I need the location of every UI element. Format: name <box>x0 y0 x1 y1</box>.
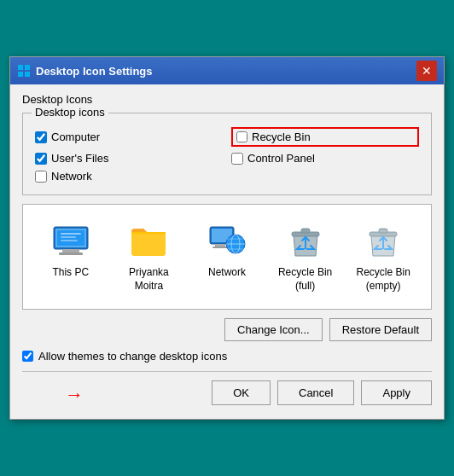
icon-recyclebin-empty-label: Recycle Bin(empty) <box>356 266 410 293</box>
bottom-buttons: → OK Cancel Apply <box>22 380 432 410</box>
checkbox-network-label: Network <box>51 170 92 183</box>
change-icon-button[interactable]: Change Icon... <box>224 318 323 341</box>
icon-action-buttons: Change Icon... Restore Default <box>22 318 432 341</box>
icon-this-pc-label: This PC <box>52 266 89 280</box>
icons-preview-container: This PC PriyankaMoitra <box>22 204 432 309</box>
checkbox-item-recyclebin-highlight: Recycle Bin <box>231 127 419 147</box>
svg-rect-0 <box>18 65 23 70</box>
svg-rect-11 <box>61 240 78 241</box>
checkbox-usersfiles[interactable] <box>35 153 47 165</box>
checkbox-computer-label: Computer <box>51 131 100 143</box>
svg-rect-1 <box>25 65 30 70</box>
checkbox-controlpanel[interactable] <box>231 153 243 165</box>
user-folder-icon <box>128 220 169 261</box>
svg-rect-24 <box>379 229 387 233</box>
section-label: Desktop Icons <box>22 93 432 106</box>
apply-button[interactable]: Apply <box>361 380 432 405</box>
icon-network-label: Network <box>208 266 246 280</box>
checkbox-computer[interactable] <box>35 131 47 143</box>
checkbox-usersfiles-label: User's Files <box>51 152 109 165</box>
icon-recyclebin-full-label: Recycle Bin(full) <box>278 266 332 293</box>
desktop-icons-group: Desktop icons Computer Recycle Bin User'… <box>22 113 432 195</box>
group-box-title: Desktop icons <box>32 106 108 119</box>
allow-themes-checkbox[interactable] <box>22 351 33 362</box>
svg-rect-14 <box>215 244 225 247</box>
icon-network[interactable]: Network <box>193 217 261 283</box>
bottom-divider <box>22 371 432 372</box>
checkbox-item-network: Network <box>35 170 223 183</box>
svg-rect-7 <box>59 253 83 255</box>
svg-rect-6 <box>62 249 79 253</box>
icon-recyclebin-full[interactable]: Recycle Bin(full) <box>271 217 340 296</box>
svg-rect-3 <box>25 72 30 77</box>
this-pc-icon <box>50 220 91 261</box>
icon-priyanka-moitra-label: PriyankaMoitra <box>129 266 169 293</box>
recyclebin-full-icon <box>285 220 326 261</box>
checkbox-item-controlpanel: Control Panel <box>231 152 419 165</box>
checkbox-recyclebin[interactable] <box>236 131 247 142</box>
cancel-button[interactable]: Cancel <box>277 380 354 405</box>
checkbox-item-computer: Computer <box>35 127 223 147</box>
dialog-desktop-icon-settings: Desktop Icon Settings ✕ Desktop Icons De… <box>9 56 445 419</box>
svg-rect-22 <box>301 229 310 233</box>
arrow-hint: → <box>65 384 84 406</box>
allow-themes-row: Allow themes to change desktop icons <box>22 350 432 363</box>
dialog-icon <box>17 64 31 78</box>
recyclebin-empty-icon <box>363 220 404 261</box>
checkbox-recyclebin-label: Recycle Bin <box>252 131 311 143</box>
restore-default-button[interactable]: Restore Default <box>329 318 432 341</box>
svg-rect-15 <box>212 247 228 248</box>
checkboxes-grid: Computer Recycle Bin User's Files Contro… <box>35 127 419 183</box>
checkbox-network[interactable] <box>35 171 47 183</box>
ok-button[interactable]: OK <box>212 380 271 405</box>
dialog-title: Desktop Icon Settings <box>36 65 153 78</box>
allow-themes-label: Allow themes to change desktop icons <box>38 350 227 363</box>
checkbox-item-usersfiles: User's Files <box>35 152 223 165</box>
svg-rect-10 <box>61 236 76 238</box>
network-icon <box>207 220 247 261</box>
title-bar-left: Desktop Icon Settings <box>17 64 153 78</box>
close-button[interactable]: ✕ <box>416 61 437 81</box>
svg-rect-9 <box>61 233 81 235</box>
dialog-content: Desktop Icons Desktop icons Computer Rec… <box>10 84 444 418</box>
icon-this-pc[interactable]: This PC <box>37 217 105 283</box>
title-bar: Desktop Icon Settings ✕ <box>10 57 444 84</box>
icon-recyclebin-empty[interactable]: Recycle Bin(empty) <box>349 217 417 296</box>
svg-rect-2 <box>18 72 23 77</box>
checkbox-controlpanel-label: Control Panel <box>247 152 315 165</box>
icon-priyanka-moitra[interactable]: PriyankaMoitra <box>114 217 183 296</box>
